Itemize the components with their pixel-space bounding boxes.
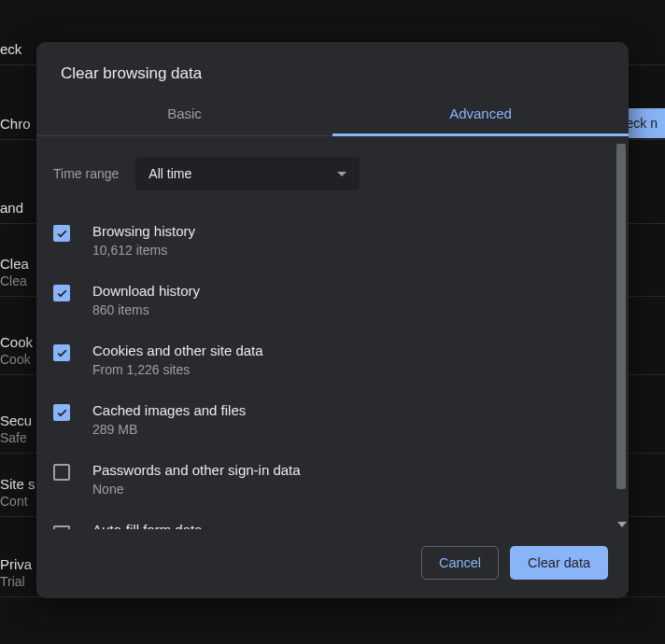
option-detail: From 1,226 sites — [92, 362, 263, 377]
dialog-footer: Cancel Clear data — [36, 529, 629, 598]
bg-text: eck — [0, 41, 21, 57]
checkbox-passwords[interactable] — [53, 464, 70, 481]
option-title: Download history — [92, 283, 200, 299]
option-title: Cached images and files — [92, 402, 246, 418]
option-detail: 860 items — [92, 302, 200, 317]
scroll-down-icon[interactable] — [617, 522, 627, 527]
checkbox-cached[interactable] — [53, 404, 70, 421]
option-detail: 10,612 items — [92, 243, 195, 258]
option-passwords: Passwords and other sign-in data None — [53, 454, 599, 513]
option-title: Passwords and other sign-in data — [92, 462, 301, 478]
option-title: Auto-fill form data — [92, 522, 203, 529]
option-title: Cookies and other site data — [92, 343, 263, 358]
option-cookies: Cookies and other site data From 1,226 s… — [53, 334, 599, 394]
check-icon — [56, 347, 68, 359]
checkbox-cookies[interactable] — [53, 344, 70, 361]
check-icon — [56, 407, 68, 419]
dialog-scroll-area[interactable]: Time range All time Browsing history 10,… — [36, 136, 615, 529]
checkbox-download-history[interactable] — [53, 285, 70, 301]
dialog-body: Time range All time Browsing history 10,… — [36, 136, 629, 529]
checkbox-autofill[interactable] — [53, 525, 70, 529]
check-icon — [56, 228, 68, 240]
bg-text: Chro — [0, 116, 31, 132]
check-icon — [56, 287, 68, 300]
time-range-label: Time range — [53, 166, 119, 181]
option-browsing-history: Browsing history 10,612 items — [53, 215, 599, 274]
option-download-history: Download history 860 items — [53, 274, 599, 334]
option-title: Browsing history — [92, 223, 195, 239]
option-autofill: Auto-fill form data — [53, 513, 599, 529]
time-range-value: All time — [149, 166, 191, 181]
tab-basic[interactable]: Basic — [36, 92, 332, 135]
cancel-button[interactable]: Cancel — [421, 546, 499, 580]
scrollbar-thumb[interactable] — [616, 144, 626, 489]
scrollbar[interactable] — [616, 144, 626, 522]
dialog-title: Clear browsing data — [36, 42, 629, 92]
clear-browsing-data-dialog: Clear browsing data Basic Advanced Time … — [36, 42, 629, 598]
chevron-down-icon — [337, 172, 347, 176]
time-range-row: Time range All time — [53, 157, 599, 190]
option-detail: None — [92, 482, 301, 497]
checkbox-browsing-history[interactable] — [53, 225, 70, 242]
bg-text: and — [0, 200, 23, 216]
option-cached: Cached images and files 289 MB — [53, 394, 599, 454]
dialog-tabs: Basic Advanced — [36, 92, 629, 136]
tab-advanced[interactable]: Advanced — [332, 92, 629, 136]
option-detail: 289 MB — [92, 422, 246, 437]
time-range-select[interactable]: All time — [135, 157, 360, 190]
clear-data-button[interactable]: Clear data — [510, 546, 608, 580]
